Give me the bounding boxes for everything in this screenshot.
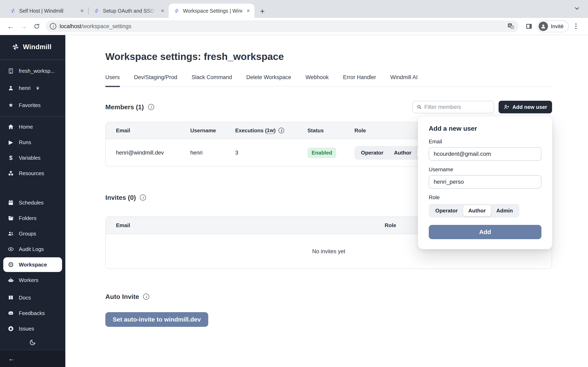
user-menu[interactable]: henri ♛ [3, 80, 62, 96]
tab-windmill-ai[interactable]: Windmill AI [390, 74, 418, 86]
sidebar-item-label: Schedules [19, 200, 43, 206]
role-operator-button[interactable]: Operator [430, 205, 463, 216]
sidebar-item-folders[interactable]: Folders [3, 211, 62, 225]
filter-members-box [412, 101, 494, 113]
role-author-button[interactable]: Author [463, 205, 491, 216]
sidebar-item-schedules[interactable]: Schedules [3, 195, 62, 210]
sidebar-item-favorites[interactable]: ★ Favorites [3, 97, 62, 113]
new-tab-button[interactable]: + [258, 7, 267, 15]
url-bar[interactable]: i localhost/workspace_settings GA [46, 20, 519, 32]
email-label: Email [429, 138, 541, 145]
executions-1w-link[interactable]: 1w [267, 127, 274, 134]
dollar-icon: $ [7, 154, 14, 161]
sidebar-item-home[interactable]: Home [3, 119, 62, 134]
browser-tab-self-host[interactable]: Self Host | Windmill × [5, 4, 88, 18]
eye-icon [7, 246, 14, 252]
back-button[interactable]: ← [5, 21, 16, 32]
sidebar-item-issues[interactable]: Issues [3, 321, 62, 336]
browser-tab-workspace-settings[interactable]: Workspace Settings | Windmill × [169, 4, 254, 18]
sidebar-item-docs[interactable]: Docs [3, 290, 62, 305]
boxes-icon [7, 170, 14, 176]
email-field[interactable] [429, 147, 541, 161]
close-icon[interactable]: × [79, 8, 85, 14]
add-user-dialog: Add a new user Email Username Role Opera… [418, 116, 553, 249]
col-email: Email [116, 222, 385, 229]
user-plus-icon [503, 104, 510, 110]
add-new-user-button[interactable]: Add new user [499, 101, 552, 113]
member-username: henri [190, 150, 235, 156]
dialog-add-button[interactable]: Add [429, 225, 541, 239]
star-icon: ★ [7, 102, 14, 108]
windmill-logo[interactable]: Windmill [0, 37, 65, 57]
close-icon[interactable]: × [245, 8, 251, 14]
sidebar-item-workspace[interactable]: ⚙ Workspace [3, 257, 62, 272]
workspace-switcher[interactable]: fresh_worksp... [3, 63, 62, 79]
tab-error-handler[interactable]: Error Handler [343, 74, 376, 86]
sidebar-collapse-button[interactable]: ← [0, 350, 65, 367]
translate-icon[interactable]: GA [507, 23, 515, 30]
close-icon[interactable]: × [160, 8, 165, 14]
brand-name: Windmill [23, 43, 52, 51]
avatar [539, 22, 548, 31]
gear-icon: ⚙ [7, 261, 14, 268]
role-author-button[interactable]: Author [389, 147, 417, 158]
tab-delete-workspace[interactable]: Delete Workspace [246, 74, 291, 86]
sidebar-item-feedbacks[interactable]: Feedbacks [3, 306, 62, 320]
sidebar-item-runs[interactable]: ▶ Runs [3, 135, 62, 150]
settings-tabbar: Users Dev/Staging/Prod Slack Command Del… [105, 74, 552, 87]
site-info-icon[interactable]: i [50, 23, 56, 30]
forward-button[interactable]: → [18, 21, 29, 32]
tab-list-chevron-icon[interactable] [574, 5, 580, 13]
sidebar-item-audit-logs[interactable]: Audit Logs [3, 242, 62, 257]
set-auto-invite-button[interactable]: Set auto-invite to windmill.dev [105, 312, 208, 327]
sidebar-item-label: Variables [19, 155, 40, 161]
sidebar-item-groups[interactable]: Groups [3, 226, 62, 241]
role-admin-button[interactable]: Admin [491, 205, 518, 216]
search-icon [416, 104, 422, 110]
workspace-switcher-label: fresh_worksp... [19, 68, 55, 74]
folder-icon [7, 215, 14, 221]
robot-icon [7, 277, 14, 284]
sidebar-item-label: Feedbacks [19, 310, 45, 317]
browser-tab-oauth-sso[interactable]: Setup OAuth and SSO | Windmi × [89, 4, 169, 18]
member-email: henri@windmill.dev [116, 150, 190, 156]
sidebar-item-label: Folders [19, 215, 36, 221]
col-executions: Executions (1w) i [235, 127, 307, 134]
tab-users[interactable]: Users [105, 74, 120, 87]
user-name: henri [19, 85, 31, 91]
role-operator-button[interactable]: Operator [356, 147, 389, 158]
moon-icon [29, 339, 36, 346]
sidebar-item-resources[interactable]: Resources [3, 166, 62, 181]
divider [0, 59, 65, 60]
info-icon[interactable]: i [148, 104, 154, 110]
users-icon [7, 230, 14, 237]
info-icon[interactable]: i [278, 128, 284, 133]
info-icon[interactable]: i [143, 294, 149, 300]
browser-tab-strip: Self Host | Windmill × Setup OAuth and S… [0, 0, 588, 18]
discord-icon [7, 310, 14, 317]
tab-title: Workspace Settings | Windmill [183, 8, 242, 14]
auto-invite-heading: Auto Invite [105, 293, 139, 300]
reload-button[interactable] [31, 21, 43, 32]
windmill-logo-icon [11, 43, 20, 51]
filter-members-input[interactable] [424, 104, 490, 110]
sidebar-item-workers[interactable]: Workers [3, 273, 62, 287]
menu-kebab-icon[interactable] [572, 21, 580, 32]
profile-chip[interactable]: Invité [537, 20, 569, 32]
tab-slack-command[interactable]: Slack Command [191, 74, 232, 86]
crown-icon: ♛ [36, 86, 40, 91]
tab-title: Self Host | Windmill [19, 8, 76, 14]
sidebar-item-label: Workers [19, 277, 38, 284]
info-icon[interactable]: i [140, 194, 146, 201]
dark-mode-toggle[interactable] [0, 336, 65, 350]
member-executions: 3 [235, 150, 307, 156]
username-field[interactable] [429, 175, 541, 189]
col-email: Email [116, 127, 190, 134]
sidebar-item-variables[interactable]: $ Variables [3, 150, 62, 165]
side-panel-icon[interactable] [525, 22, 533, 30]
home-icon [7, 124, 14, 130]
tab-dev-staging-prod[interactable]: Dev/Staging/Prod [134, 74, 177, 86]
sidebar-item-label: Audit Logs [19, 246, 44, 252]
tab-webhook[interactable]: Webhook [305, 74, 329, 86]
sidebar-item-label: Resources [19, 170, 44, 176]
